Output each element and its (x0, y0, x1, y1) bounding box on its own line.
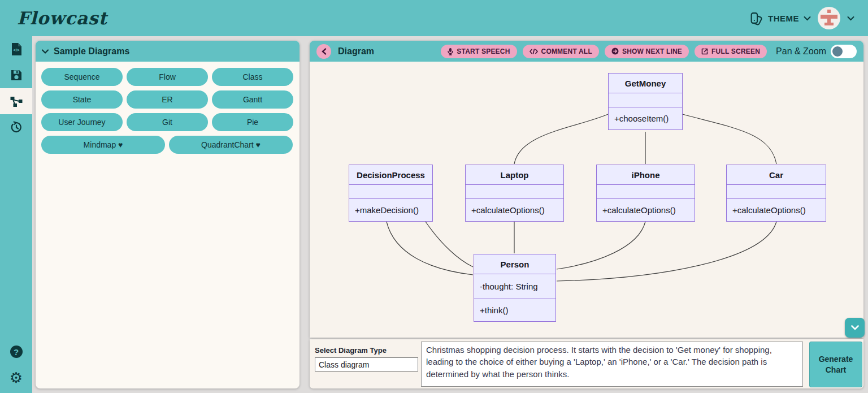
sample-button-gantt[interactable]: Gantt (212, 90, 293, 109)
class-methods: +calculateOptions() (727, 199, 826, 221)
sample-button-pie[interactable]: Pie (212, 113, 293, 131)
class-attributes (597, 185, 695, 199)
class-name: Laptop (466, 165, 563, 185)
toggle-knob (832, 46, 843, 57)
class-name: Person (474, 254, 555, 274)
edge-getmoney-car (683, 114, 776, 164)
sample-button-state[interactable]: State (41, 90, 123, 109)
diagram-panel-title: Diagram (338, 46, 374, 57)
toolbar-button-comment-all[interactable]: COMMENT ALL (523, 45, 599, 58)
class-name: DecisionProcess (349, 165, 432, 185)
sample-button-quadrantchart[interactable]: QuadrantChart ♥ (169, 136, 293, 154)
class-method: +calculateOptions() (597, 199, 695, 221)
diagram-type-label: Select Diagram Type (315, 346, 387, 355)
class-methods: +calculateOptions() (597, 199, 695, 221)
class-method: +makeDecision() (349, 199, 432, 221)
edge-iphone-person (557, 222, 645, 269)
diagram-canvas: GetMoney+chooseItem()DecisionProcess+mak… (310, 62, 863, 338)
class-method: +calculateOptions() (466, 199, 563, 221)
sample-button-mindmap[interactable]: Mindmap ♥ (41, 136, 165, 154)
class-attributes (727, 185, 826, 199)
toolbar-button-label: FULL SCREEN (711, 47, 760, 55)
sample-button-er[interactable]: ER (127, 90, 208, 109)
sidebar-item-settings[interactable]: ⚙ (0, 365, 32, 391)
collapse-panel-button[interactable] (316, 44, 331, 59)
sample-button-sequence[interactable]: Sequence (41, 68, 123, 86)
diagram-panel: Diagram START SPEECHCOMMENT ALLSHOW NEXT… (310, 41, 863, 338)
gear-icon: ⚙ (10, 370, 23, 385)
pan-zoom-toggle[interactable] (831, 45, 857, 58)
sample-button-class[interactable]: Class (212, 68, 293, 86)
class-box-person: Person-thought: String+think() (474, 254, 556, 322)
sample-diagrams-header[interactable]: Sample Diagrams (36, 41, 300, 62)
palette-swatch-icon (749, 11, 763, 25)
class-method: +chooseItem() (609, 107, 682, 129)
class-name: GetMoney (609, 74, 682, 93)
chevron-down-icon[interactable] (847, 16, 854, 21)
arrow-circle-icon (611, 47, 619, 55)
toolbar-button-label: COMMENT ALL (541, 47, 592, 55)
class-box-iphone: iPhone+calculateOptions() (596, 165, 695, 222)
app-logo: Flowcast (17, 8, 107, 28)
diagram-toolbar: START SPEECHCOMMENT ALLSHOW NEXT LINEFUL… (441, 45, 767, 58)
sidebar-item-history[interactable] (0, 114, 32, 140)
left-sidebar: </> (0, 36, 32, 393)
chevron-left-icon (322, 48, 327, 55)
sample-button-user-journey[interactable]: User Journey (41, 113, 123, 131)
code-icon (530, 49, 538, 54)
file-code-icon: </> (10, 42, 23, 56)
class-method: +think() (474, 299, 555, 321)
help-icon: ? (10, 346, 23, 358)
theme-button[interactable]: THEME (749, 11, 811, 25)
class-attributes (466, 185, 563, 199)
chevron-down-icon (850, 325, 860, 331)
sidebar-item-code[interactable]: </> (0, 36, 32, 62)
sidebar-item-diagrams[interactable] (0, 88, 32, 114)
chevron-down-icon (41, 49, 49, 54)
sidebar-item-save[interactable] (0, 62, 32, 88)
class-methods: +calculateOptions() (466, 199, 563, 221)
diagram-type-input[interactable] (315, 357, 418, 372)
pan-zoom-label: Pan & Zoom (776, 46, 826, 57)
toolbar-button-show-next-line[interactable]: SHOW NEXT LINE (605, 45, 689, 58)
toolbar-button-start-speech[interactable]: START SPEECH (441, 45, 517, 58)
class-attributes: -thought: String (474, 274, 555, 299)
edge-decision-person-1 (387, 222, 473, 275)
class-attribute: -thought: String (474, 274, 555, 299)
class-attributes (349, 185, 432, 199)
class-attributes (609, 93, 682, 107)
history-icon (10, 120, 23, 134)
class-method: +calculateOptions() (727, 199, 826, 221)
sidebar-item-help[interactable]: ? (0, 339, 32, 365)
class-box-getmoney: GetMoney+chooseItem() (608, 73, 683, 130)
generate-chart-button[interactable]: Generate Chart (809, 342, 862, 387)
generator-controls: Select Diagram Type Christmas shopping d… (310, 339, 863, 388)
class-box-decisionprocess: DecisionProcess+makeDecision() (349, 165, 433, 222)
chevron-down-icon (804, 16, 811, 21)
avatar[interactable] (818, 7, 840, 29)
diagram-icon (10, 95, 23, 107)
class-methods: +makeDecision() (349, 199, 432, 221)
sample-button-git[interactable]: Git (127, 113, 208, 131)
toolbar-button-label: START SPEECH (457, 47, 510, 55)
description-textarea[interactable]: Christmas shopping decision process. It … (421, 342, 803, 387)
theme-label: THEME (768, 14, 799, 23)
svg-text:</>: </> (13, 47, 19, 53)
sample-buttons: SequenceFlowClassStateERGanttUser Journe… (36, 62, 300, 160)
class-methods: +chooseItem() (609, 107, 682, 129)
class-methods: +think() (474, 299, 555, 321)
class-box-car: Car+calculateOptions() (726, 165, 826, 222)
class-box-laptop: Laptop+calculateOptions() (465, 165, 564, 222)
edge-decision-person-2 (426, 222, 473, 267)
microphone-icon (448, 47, 453, 55)
sample-diagrams-panel: Sample Diagrams SequenceFlowClassStateER… (36, 41, 300, 388)
toolbar-button-label: SHOW NEXT LINE (622, 47, 682, 55)
sample-diagrams-title: Sample Diagrams (54, 46, 129, 57)
diagram-header: Diagram START SPEECHCOMMENT ALLSHOW NEXT… (310, 41, 863, 62)
save-icon (10, 69, 23, 81)
sample-button-flow[interactable]: Flow (127, 68, 208, 86)
app-header: Flowcast THEME (0, 0, 868, 36)
scroll-down-button[interactable] (845, 318, 865, 338)
toolbar-button-full-screen[interactable]: FULL SCREEN (695, 45, 767, 58)
class-name: Car (727, 165, 826, 185)
